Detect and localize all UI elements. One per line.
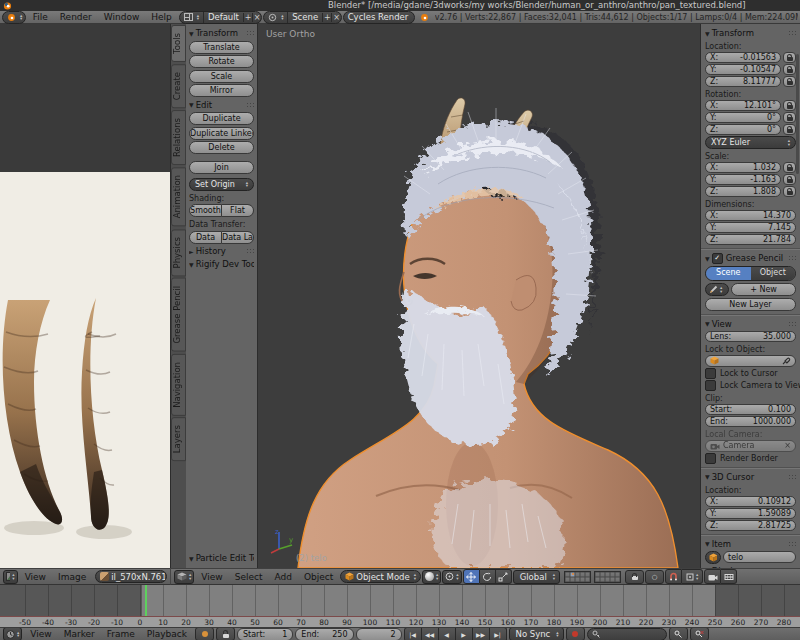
rotation-mode-dropdown[interactable]: XYZ Euler ▴▾ bbox=[705, 136, 796, 149]
tool-shelf-tab-navigation[interactable]: Navigation bbox=[171, 354, 186, 416]
local-camera-field[interactable]: Camera × bbox=[705, 440, 796, 452]
frame-start-field[interactable]: Start: 1 bbox=[237, 628, 293, 640]
frame-end-field[interactable]: End: 250 bbox=[295, 628, 353, 640]
delete-scene-button[interactable]: × bbox=[331, 13, 340, 22]
screen-layout-name[interactable]: Default bbox=[204, 12, 243, 22]
info-menu-render[interactable]: Render bbox=[54, 12, 98, 22]
mirror-button[interactable]: Mirror bbox=[189, 84, 254, 97]
dimensions-y-field[interactable]: Y:7.145 bbox=[705, 222, 796, 233]
scale-button[interactable]: Scale bbox=[189, 70, 254, 83]
play-button[interactable]: ▶ bbox=[456, 627, 473, 640]
panel-header-transform[interactable]: ▼ Transform bbox=[189, 27, 254, 39]
panel-drag-dots-icon[interactable] bbox=[788, 255, 796, 261]
panel-drag-dots-icon[interactable] bbox=[788, 541, 796, 547]
rotation-z-lock-button[interactable] bbox=[783, 124, 796, 135]
rotation-y-lock-button[interactable] bbox=[783, 112, 796, 123]
panel-drag-dots-icon[interactable] bbox=[788, 321, 796, 327]
rotate-button[interactable]: Rotate bbox=[189, 55, 254, 68]
data-button[interactable]: Data bbox=[189, 231, 222, 244]
unlink-icon[interactable]: × bbox=[784, 441, 791, 450]
info-menu-file[interactable]: File bbox=[27, 12, 54, 22]
layer-grid[interactable] bbox=[564, 571, 591, 583]
timeline-menu-marker[interactable]: Marker bbox=[58, 629, 101, 639]
view3d-menu-add[interactable]: Add bbox=[268, 572, 297, 582]
viewport-3d[interactable]: User Ortho (2) telo z y bbox=[258, 24, 700, 568]
next-keyframe-button[interactable]: ▶▶ bbox=[473, 627, 490, 640]
editor-type-dropdown-info[interactable]: ▴▾ bbox=[2, 11, 26, 24]
eyedropper-icon[interactable] bbox=[782, 356, 791, 365]
gp-new-layer-button[interactable]: New Layer bbox=[705, 298, 796, 311]
viewport-shading-dropdown[interactable]: ▴▾ bbox=[422, 570, 441, 584]
lock-frame-range-button[interactable] bbox=[216, 627, 235, 640]
mode-dropdown[interactable]: Object Mode ▴▾ bbox=[340, 570, 421, 583]
panel-drag-dots-icon[interactable] bbox=[246, 30, 254, 36]
timeline-track-area[interactable] bbox=[0, 585, 800, 616]
view3d-menu-object[interactable]: Object bbox=[298, 572, 339, 582]
editor-type-dropdown-image[interactable]: ▴▾ bbox=[3, 570, 18, 584]
delete-button[interactable]: Delete bbox=[189, 141, 254, 154]
timeline-menu-frame[interactable]: Frame bbox=[101, 629, 141, 639]
smooth-button[interactable]: Smooth bbox=[189, 204, 222, 217]
scrollbar[interactable] bbox=[796, 54, 799, 174]
duplicate-linked-button[interactable]: Duplicate Linked bbox=[189, 127, 254, 140]
flat-button[interactable]: Flat bbox=[222, 204, 254, 217]
image-datablock[interactable]: il_570xN.7616770... F bbox=[95, 570, 167, 583]
scale-x-field[interactable]: X:1.032 bbox=[705, 162, 781, 173]
view3d-menu-view[interactable]: View bbox=[195, 572, 228, 582]
tool-shelf-tab-animation[interactable]: Animation bbox=[171, 167, 186, 226]
keying-set-field[interactable] bbox=[587, 628, 667, 640]
join-button[interactable]: Join bbox=[189, 161, 254, 174]
delete-keyframe-button[interactable] bbox=[690, 627, 709, 640]
scene-selector[interactable]: ▴▾ Scene + × bbox=[263, 11, 342, 24]
panel-drag-dots-icon[interactable] bbox=[788, 30, 796, 36]
current-frame-indicator[interactable] bbox=[145, 585, 147, 616]
layer-grid[interactable] bbox=[594, 571, 621, 583]
editor-type-dropdown-3d[interactable]: ▴▾ bbox=[174, 570, 194, 584]
cursor-x-field[interactable]: X:0.10912 bbox=[705, 496, 796, 507]
panel-header-3d-cursor[interactable]: ▼ 3D Cursor bbox=[705, 471, 796, 483]
info-menu-help[interactable]: Help bbox=[145, 12, 178, 22]
scale-y-lock-button[interactable] bbox=[783, 174, 796, 185]
gp-object-tab[interactable]: Object bbox=[751, 267, 796, 280]
panel-drag-dots-icon[interactable] bbox=[246, 102, 254, 108]
lens-field[interactable]: Lens: 35.000 bbox=[705, 331, 796, 342]
tool-shelf-tab-grease-pencil[interactable]: Grease Pencil bbox=[171, 278, 186, 352]
scale-z-field[interactable]: Z:1.808 bbox=[705, 186, 781, 197]
timeline-menu-view[interactable]: View bbox=[24, 629, 57, 639]
duplicate-button[interactable]: Duplicate bbox=[189, 112, 254, 125]
panel-header-item[interactable]: ▼ Item bbox=[705, 538, 796, 550]
delete-screen-button[interactable]: × bbox=[252, 13, 261, 22]
lock-camera-to-view-checkbox[interactable] bbox=[705, 380, 716, 391]
location-y-field[interactable]: Y:-0.10547 bbox=[705, 64, 781, 75]
play-reverse-button[interactable]: ◀ bbox=[439, 627, 456, 640]
tool-shelf-tab-relations[interactable]: Relations bbox=[171, 110, 186, 165]
tool-shelf-tab-tools[interactable]: Tools bbox=[171, 25, 186, 62]
cursor-y-field[interactable]: Y:1.59089 bbox=[705, 508, 796, 519]
rotation-x-field[interactable]: X:12.101° bbox=[705, 100, 781, 111]
rotate-manipulator-button[interactable] bbox=[480, 569, 496, 584]
panel-header-rigify[interactable]: ▼ Rigify Dev Tools... bbox=[189, 258, 254, 270]
gp-draw-tool-dropdown[interactable]: ▴▾ bbox=[705, 283, 729, 296]
image-menu-image[interactable]: Image bbox=[52, 572, 92, 582]
panel-header-particle-edit-toggle[interactable]: ▼ Particle Edit Toggle bbox=[189, 552, 254, 564]
snap-magnet-button[interactable] bbox=[665, 569, 682, 584]
rotation-y-field[interactable]: Y:0° bbox=[705, 112, 781, 123]
dimensions-z-field[interactable]: Z:21.784 bbox=[705, 234, 796, 245]
translate-manipulator-button[interactable] bbox=[463, 569, 480, 584]
set-origin-dropdown[interactable]: Set Origin ▴▾ bbox=[189, 178, 254, 191]
auto-keyframe-record-button[interactable] bbox=[566, 627, 585, 640]
panel-drag-dots-icon[interactable] bbox=[246, 248, 254, 254]
scale-y-field[interactable]: Y:-1.163 bbox=[705, 174, 781, 185]
dimensions-x-field[interactable]: X:14.370 bbox=[705, 210, 796, 221]
panel-header-history[interactable]: ► History bbox=[189, 245, 254, 257]
location-y-lock-button[interactable] bbox=[783, 64, 796, 75]
gp-scene-tab[interactable]: Scene bbox=[706, 267, 751, 280]
grease-pencil-checkbox[interactable]: ✓ bbox=[712, 253, 723, 264]
location-x-field[interactable]: X:-0.01563 bbox=[705, 52, 781, 63]
sync-mode-dropdown[interactable]: No Sync ▴▾ bbox=[509, 627, 564, 640]
panel-header-view[interactable]: ▼ View bbox=[705, 318, 796, 330]
rotation-z-field[interactable]: Z:0° bbox=[705, 124, 781, 135]
current-frame-field[interactable]: 2 bbox=[356, 628, 402, 640]
panel-header-edit[interactable]: ▼ Edit bbox=[189, 99, 254, 111]
view3d-menu-select[interactable]: Select bbox=[229, 572, 269, 582]
